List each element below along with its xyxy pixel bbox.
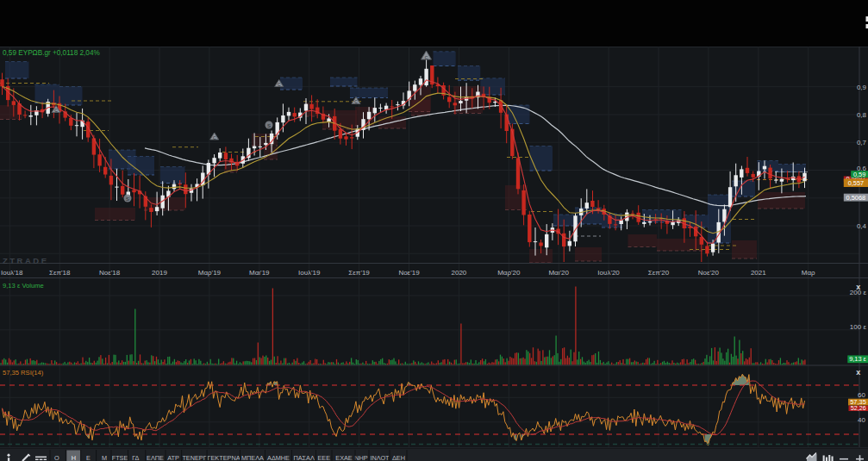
svg-text:0,8: 0,8 [857, 111, 867, 119]
svg-text:C: C [54, 108, 58, 113]
svg-text:0,557: 0,557 [848, 179, 865, 187]
svg-text:ΔΕΗ: ΔΕΗ [392, 454, 405, 461]
svg-text:C: C [278, 82, 281, 87]
svg-text:Ιουλ'18: Ιουλ'18 [1, 269, 23, 277]
svg-text:Νοε'20: Νοε'20 [698, 269, 720, 277]
svg-text:0,59 ΕΥΡΩΒ.gr +0,0118 2,04%: 0,59 ΕΥΡΩΒ.gr +0,0118 2,04% [3, 49, 100, 57]
svg-text:Ο: Ο [54, 454, 59, 461]
svg-text:Νοε'19: Νοε'19 [398, 269, 420, 277]
svg-text:ΑΤΡ: ΑΤΡ [167, 454, 179, 461]
svg-text:ΓΕΚΤΕΡΝΑ: ΓΕΚΤΕΡΝΑ [207, 454, 240, 461]
svg-text:ΠΑΣΑΛ: ΠΑΣΑΛ [293, 454, 315, 461]
svg-text:ΓΔ: ΓΔ [132, 454, 139, 461]
svg-text:ΤΕΝΕΡΓ: ΤΕΝΕΡΓ [182, 454, 206, 461]
svg-text:0,7: 0,7 [857, 139, 867, 146]
svg-text:Σεπ'18: Σεπ'18 [49, 269, 71, 277]
svg-text:Ιουλ'19: Ιουλ'19 [298, 269, 321, 277]
svg-text:ΑΔΜΗΕ: ΑΔΜΗΕ [267, 454, 290, 461]
svg-text:40: 40 [858, 416, 865, 424]
svg-text:ΕΧΑΕ: ΕΧΑΕ [335, 454, 353, 461]
svg-text:x: x [856, 368, 860, 377]
svg-text:0,9: 0,9 [857, 84, 867, 91]
svg-text:C: C [213, 135, 216, 140]
svg-text:0,4: 0,4 [857, 222, 867, 230]
svg-text:Νοε'18: Νοε'18 [99, 269, 121, 277]
svg-text:Ε: Ε [86, 454, 91, 461]
svg-text:Μαι'20: Μαι'20 [548, 269, 569, 277]
svg-text:ΙΝΛΟΤ: ΙΝΛΟΤ [370, 454, 390, 461]
svg-text:C: C [354, 99, 358, 104]
svg-text:Η: Η [72, 454, 76, 461]
svg-text:Μαρ'20: Μαρ'20 [497, 269, 521, 277]
svg-text:52,26: 52,26 [851, 404, 866, 412]
svg-text:S: S [126, 196, 129, 202]
svg-text:ΕΛΠΕ: ΕΛΠΕ [147, 454, 164, 461]
svg-text:2021: 2021 [751, 269, 766, 277]
svg-text:ΝΗΡ: ΝΗΡ [354, 454, 368, 461]
svg-text:Μαι'19: Μαι'19 [249, 269, 270, 277]
svg-text:2020: 2020 [452, 269, 467, 277]
svg-text:57,35 RSI(14): 57,35 RSI(14) [3, 369, 44, 377]
svg-text:Ιουλ'20: Ιουλ'20 [597, 269, 620, 277]
svg-text:S: S [267, 123, 271, 128]
svg-text:100 ε: 100 ε [850, 323, 867, 331]
svg-text:0,5068: 0,5068 [846, 194, 866, 202]
svg-text:ZTRADE: ZTRADE [3, 256, 49, 265]
svg-text:Μ: Μ [102, 454, 107, 461]
svg-text:Μαρ'19: Μαρ'19 [198, 269, 222, 277]
svg-text:Μαρ: Μαρ [802, 269, 815, 277]
svg-text:0,59: 0,59 [853, 171, 865, 178]
svg-text:9,13 ε Volume: 9,13 ε Volume [3, 282, 44, 290]
svg-text:2019: 2019 [152, 269, 167, 277]
svg-text:Σεπ'19: Σεπ'19 [348, 269, 370, 277]
svg-text:x: x [856, 283, 860, 291]
svg-text:ΜΠΕΛΑ: ΜΠΕΛΑ [241, 454, 264, 461]
svg-text:FTSE: FTSE [112, 454, 128, 461]
svg-text:Σεπ'20: Σεπ'20 [648, 269, 670, 277]
svg-text:9,13 ε: 9,13 ε [849, 355, 866, 363]
svg-text:C: C [425, 55, 428, 60]
svg-text:ΕΕΕ: ΕΕΕ [317, 454, 330, 461]
